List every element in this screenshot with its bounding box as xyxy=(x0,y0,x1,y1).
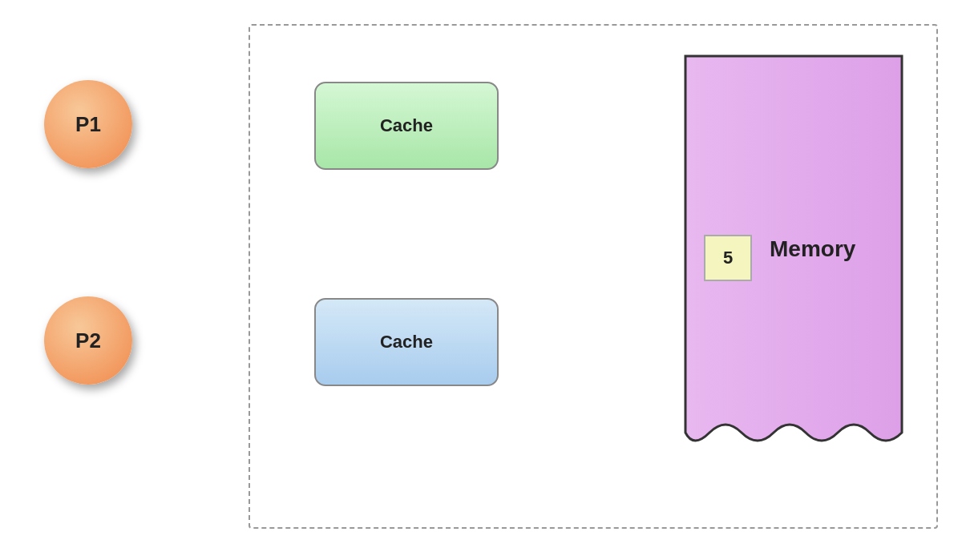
cache-box-2: Cache xyxy=(314,298,499,386)
diagram-canvas: P1 P2 Cache Cache 5 xyxy=(0,0,962,560)
processor-p2: P2 xyxy=(44,296,132,385)
memory-cell-value: 5 xyxy=(723,248,733,268)
cache-2-label: Cache xyxy=(380,332,433,353)
cache-1-label: Cache xyxy=(380,115,433,136)
processor-p2-label: P2 xyxy=(75,328,101,353)
memory-cell: 5 xyxy=(704,235,752,281)
processor-p1: P1 xyxy=(44,80,132,168)
cache-box-1: Cache xyxy=(314,82,499,170)
processor-p1-label: P1 xyxy=(75,112,101,137)
memory-label: Memory xyxy=(770,236,855,262)
